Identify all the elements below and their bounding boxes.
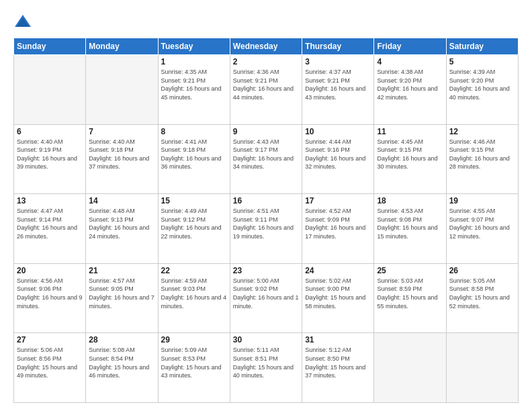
day-number: 1 [161, 57, 227, 66]
day-number: 17 [305, 196, 371, 205]
day-info: Sunrise: 4:56 AM Sunset: 9:06 PM Dayligh… [17, 277, 83, 310]
day-info: Sunrise: 4:41 AM Sunset: 9:18 PM Dayligh… [161, 138, 227, 171]
day-number: 19 [449, 196, 515, 205]
logo [13, 12, 35, 31]
day-number: 26 [449, 266, 515, 275]
calendar-cell: 8Sunrise: 4:41 AM Sunset: 9:18 PM Daylig… [158, 124, 230, 194]
day-info: Sunrise: 4:37 AM Sunset: 9:21 PM Dayligh… [305, 68, 371, 101]
day-info: Sunrise: 4:59 AM Sunset: 9:03 PM Dayligh… [161, 277, 227, 310]
calendar-table: SundayMondayTuesdayWednesdayThursdayFrid… [13, 38, 519, 403]
calendar-cell: 4Sunrise: 4:38 AM Sunset: 9:20 PM Daylig… [374, 55, 446, 125]
day-number: 31 [305, 335, 371, 345]
day-number: 3 [305, 57, 371, 66]
calendar-cell: 21Sunrise: 4:57 AM Sunset: 9:05 PM Dayli… [86, 263, 158, 333]
day-number: 20 [17, 266, 83, 275]
calendar-week-row: 6Sunrise: 4:40 AM Sunset: 9:19 PM Daylig… [14, 124, 519, 194]
day-info: Sunrise: 4:47 AM Sunset: 9:14 PM Dayligh… [17, 207, 83, 240]
day-number: 30 [233, 335, 299, 345]
day-info: Sunrise: 4:38 AM Sunset: 9:20 PM Dayligh… [377, 68, 443, 101]
calendar-cell: 2Sunrise: 4:36 AM Sunset: 9:21 PM Daylig… [230, 55, 302, 125]
day-number: 10 [305, 127, 371, 136]
day-info: Sunrise: 5:02 AM Sunset: 9:00 PM Dayligh… [305, 277, 371, 310]
calendar-cell: 11Sunrise: 4:45 AM Sunset: 9:15 PM Dayli… [374, 124, 446, 194]
calendar-cell: 22Sunrise: 4:59 AM Sunset: 9:03 PM Dayli… [158, 263, 230, 333]
day-info: Sunrise: 4:43 AM Sunset: 9:17 PM Dayligh… [233, 138, 299, 171]
calendar-week-row: 13Sunrise: 4:47 AM Sunset: 9:14 PM Dayli… [14, 194, 519, 264]
calendar-cell [446, 333, 518, 403]
day-number: 15 [161, 196, 227, 205]
calendar-cell: 31Sunrise: 5:12 AM Sunset: 8:50 PM Dayli… [302, 333, 374, 403]
day-number: 23 [233, 266, 299, 275]
calendar-cell [374, 333, 446, 403]
day-number: 28 [89, 335, 154, 345]
day-number: 27 [17, 335, 83, 345]
calendar-cell: 5Sunrise: 4:39 AM Sunset: 9:20 PM Daylig… [446, 55, 518, 125]
calendar-cell: 23Sunrise: 5:00 AM Sunset: 9:02 PM Dayli… [230, 263, 302, 333]
calendar-cell: 14Sunrise: 4:48 AM Sunset: 9:13 PM Dayli… [86, 194, 158, 264]
day-info: Sunrise: 5:11 AM Sunset: 8:51 PM Dayligh… [233, 346, 299, 379]
calendar-day-header: Thursday [302, 38, 374, 55]
day-number: 18 [377, 196, 443, 205]
calendar-header-row: SundayMondayTuesdayWednesdayThursdayFrid… [14, 38, 519, 55]
day-info: Sunrise: 4:57 AM Sunset: 9:05 PM Dayligh… [89, 277, 154, 310]
calendar-cell: 27Sunrise: 5:06 AM Sunset: 8:56 PM Dayli… [14, 333, 86, 403]
day-info: Sunrise: 5:08 AM Sunset: 8:54 PM Dayligh… [89, 346, 154, 379]
day-number: 7 [89, 127, 154, 136]
calendar-day-header: Sunday [14, 38, 86, 55]
day-info: Sunrise: 4:36 AM Sunset: 9:21 PM Dayligh… [233, 68, 299, 101]
calendar-cell: 15Sunrise: 4:49 AM Sunset: 9:12 PM Dayli… [158, 194, 230, 264]
day-number: 13 [17, 196, 83, 205]
calendar-cell: 6Sunrise: 4:40 AM Sunset: 9:19 PM Daylig… [14, 124, 86, 194]
calendar-day-header: Saturday [446, 38, 518, 55]
calendar-day-header: Wednesday [230, 38, 302, 55]
day-info: Sunrise: 5:05 AM Sunset: 8:58 PM Dayligh… [449, 277, 515, 310]
day-info: Sunrise: 5:00 AM Sunset: 9:02 PM Dayligh… [233, 277, 299, 310]
calendar-cell: 1Sunrise: 4:35 AM Sunset: 9:21 PM Daylig… [158, 55, 230, 125]
day-info: Sunrise: 4:55 AM Sunset: 9:07 PM Dayligh… [449, 207, 515, 240]
day-info: Sunrise: 4:44 AM Sunset: 9:16 PM Dayligh… [305, 138, 371, 171]
calendar-cell [14, 55, 86, 125]
calendar-cell [86, 55, 158, 125]
day-number: 6 [17, 127, 83, 136]
day-info: Sunrise: 4:40 AM Sunset: 9:18 PM Dayligh… [89, 138, 154, 171]
day-number: 22 [161, 266, 227, 275]
day-info: Sunrise: 4:51 AM Sunset: 9:11 PM Dayligh… [233, 207, 299, 240]
day-info: Sunrise: 4:35 AM Sunset: 9:21 PM Dayligh… [161, 68, 227, 101]
calendar-day-header: Friday [374, 38, 446, 55]
calendar-cell: 18Sunrise: 4:53 AM Sunset: 9:08 PM Dayli… [374, 194, 446, 264]
calendar-cell: 24Sunrise: 5:02 AM Sunset: 9:00 PM Dayli… [302, 263, 374, 333]
day-info: Sunrise: 5:12 AM Sunset: 8:50 PM Dayligh… [305, 346, 371, 379]
day-number: 25 [377, 266, 443, 275]
calendar-cell: 17Sunrise: 4:52 AM Sunset: 9:09 PM Dayli… [302, 194, 374, 264]
day-info: Sunrise: 4:46 AM Sunset: 9:15 PM Dayligh… [449, 138, 515, 171]
day-number: 4 [377, 57, 443, 66]
day-info: Sunrise: 4:39 AM Sunset: 9:20 PM Dayligh… [449, 68, 515, 101]
calendar-cell: 3Sunrise: 4:37 AM Sunset: 9:21 PM Daylig… [302, 55, 374, 125]
day-info: Sunrise: 4:52 AM Sunset: 9:09 PM Dayligh… [305, 207, 371, 240]
calendar-day-header: Monday [86, 38, 158, 55]
day-number: 9 [233, 127, 299, 136]
generalblue-logo-icon [13, 12, 32, 31]
day-number: 2 [233, 57, 299, 66]
calendar-cell: 20Sunrise: 4:56 AM Sunset: 9:06 PM Dayli… [14, 263, 86, 333]
header [13, 12, 519, 31]
day-number: 16 [233, 196, 299, 205]
calendar-cell: 13Sunrise: 4:47 AM Sunset: 9:14 PM Dayli… [14, 194, 86, 264]
day-number: 5 [449, 57, 515, 66]
calendar-cell: 12Sunrise: 4:46 AM Sunset: 9:15 PM Dayli… [446, 124, 518, 194]
day-number: 24 [305, 266, 371, 275]
calendar-cell: 30Sunrise: 5:11 AM Sunset: 8:51 PM Dayli… [230, 333, 302, 403]
day-info: Sunrise: 4:49 AM Sunset: 9:12 PM Dayligh… [161, 207, 227, 240]
calendar-cell: 7Sunrise: 4:40 AM Sunset: 9:18 PM Daylig… [86, 124, 158, 194]
calendar-cell: 9Sunrise: 4:43 AM Sunset: 9:17 PM Daylig… [230, 124, 302, 194]
day-number: 8 [161, 127, 227, 136]
calendar-cell: 10Sunrise: 4:44 AM Sunset: 9:16 PM Dayli… [302, 124, 374, 194]
calendar-week-row: 1Sunrise: 4:35 AM Sunset: 9:21 PM Daylig… [14, 55, 519, 125]
day-number: 14 [89, 196, 154, 205]
page: SundayMondayTuesdayWednesdayThursdayFrid… [0, 0, 532, 411]
calendar-cell: 16Sunrise: 4:51 AM Sunset: 9:11 PM Dayli… [230, 194, 302, 264]
day-number: 29 [161, 335, 227, 345]
calendar-cell: 25Sunrise: 5:03 AM Sunset: 8:59 PM Dayli… [374, 263, 446, 333]
day-number: 21 [89, 266, 154, 275]
day-info: Sunrise: 4:53 AM Sunset: 9:08 PM Dayligh… [377, 207, 443, 240]
